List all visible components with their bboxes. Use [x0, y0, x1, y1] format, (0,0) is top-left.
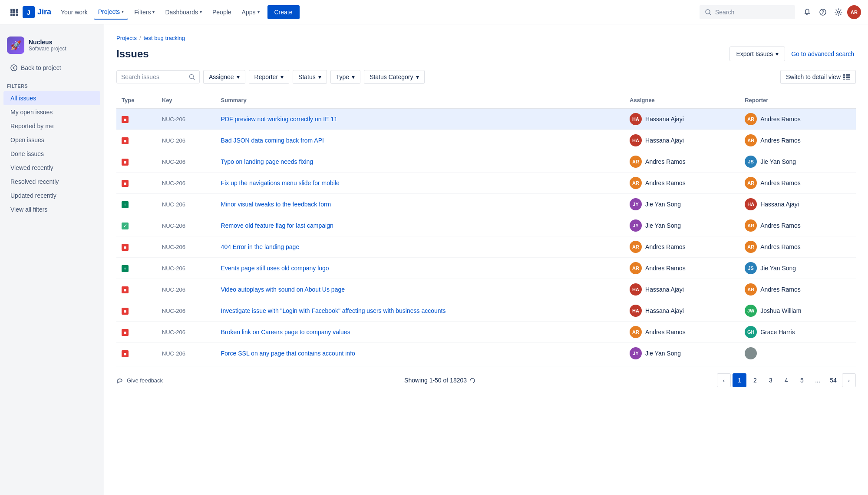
project-icon: 🚀 — [7, 37, 24, 54]
prev-page-button[interactable]: ‹ — [717, 373, 731, 387]
assignee-avatar: HA — [630, 305, 642, 317]
page-5-button[interactable]: 5 — [795, 373, 809, 387]
table-row[interactable]: ■ NUC-206 404 Error in the landing page … — [116, 236, 856, 258]
table-row[interactable]: ■ NUC-206 Broken link on Careers page to… — [116, 322, 856, 343]
reporter-name: Andres Ramos — [760, 179, 801, 186]
filters-chevron: ▾ — [152, 10, 155, 14]
issue-summary[interactable]: 404 Error in the landing page — [221, 243, 300, 250]
assignee-name: Jie Yan Song — [645, 350, 681, 357]
settings-button[interactable] — [832, 5, 845, 19]
issue-summary[interactable]: Fix up the navigations menu slide for mo… — [221, 179, 340, 186]
search-issues-wrap[interactable] — [116, 70, 200, 83]
assignee-name: Andres Ramos — [645, 179, 686, 186]
detail-view-icon — [843, 74, 850, 80]
table-row[interactable]: ■ NUC-206 Video autoplays with sound on … — [116, 279, 856, 300]
col-type[interactable]: Type — [116, 93, 157, 108]
breadcrumb-projects[interactable]: Projects — [116, 35, 137, 41]
pagination-nav: ‹ 1 2 3 4 5 ... 54 › — [717, 373, 856, 387]
issue-summary[interactable]: Bad JSON data coming back from API — [221, 137, 324, 144]
issue-key: NUC-206 — [162, 265, 185, 272]
next-page-button[interactable]: › — [842, 373, 856, 387]
search-issues-input[interactable] — [121, 73, 186, 80]
assignee-avatar: AR — [630, 326, 642, 338]
assignee-filter[interactable]: Assignee ▾ — [203, 70, 245, 84]
sidebar-item-all-issues[interactable]: All issues — [3, 91, 100, 105]
issue-summary[interactable]: Events page still uses old company logo — [221, 265, 329, 272]
issue-summary[interactable]: Typo on landing page needs fixing — [221, 158, 314, 165]
page-2-button[interactable]: 2 — [748, 373, 762, 387]
issue-summary[interactable]: Force SSL on any page that contains acco… — [221, 350, 355, 357]
issue-summary[interactable]: Investigate issue with "Login with Faceb… — [221, 307, 446, 314]
table-row[interactable]: + NUC-206 Minor visual tweaks to the fee… — [116, 194, 856, 215]
col-assignee[interactable]: Assignee — [624, 93, 739, 108]
page-4-button[interactable]: 4 — [779, 373, 793, 387]
status-category-filter[interactable]: Status Category ▾ — [364, 70, 424, 84]
issue-summary[interactable]: Minor visual tweaks to the feedback form — [221, 201, 331, 208]
table-row[interactable]: ■ NUC-206 Fix up the navigations menu sl… — [116, 173, 856, 194]
sidebar-item-view-all-filters[interactable]: View all filters — [3, 203, 100, 216]
page-1-button[interactable]: 1 — [733, 373, 746, 387]
nav-search[interactable] — [700, 5, 795, 19]
col-reporter[interactable]: Reporter — [739, 93, 856, 108]
table-row[interactable]: ■ NUC-206 Force SSL on any page that con… — [116, 343, 856, 364]
issue-key: NUC-206 — [162, 137, 185, 144]
reporter-name: Joshua William — [760, 307, 801, 314]
reporter-filter[interactable]: Reporter ▾ — [249, 70, 289, 84]
issue-key: NUC-206 — [162, 223, 185, 229]
issue-summary[interactable]: Video autoplays with sound on About Us p… — [221, 286, 345, 293]
assignee-chevron-icon: ▾ — [237, 73, 240, 80]
assignee-avatar: AR — [630, 177, 642, 189]
sidebar-item-updated-recently[interactable]: Updated recently — [3, 189, 100, 203]
svg-line-18 — [193, 78, 195, 80]
nav-your-work[interactable]: Your work — [56, 5, 92, 19]
page-3-button[interactable]: 3 — [764, 373, 778, 387]
issue-summary[interactable]: Remove old feature flag for last campaig… — [221, 222, 333, 229]
nav-projects[interactable]: Projects ▾ — [94, 5, 129, 20]
advanced-search-button[interactable]: Go to advanced search — [789, 47, 856, 61]
nav-filters[interactable]: Filters ▾ — [130, 5, 159, 19]
table-row[interactable]: ■ NUC-206 Bad JSON data coming back from… — [116, 130, 856, 151]
nav-apps[interactable]: Apps ▾ — [238, 5, 264, 19]
export-chevron-icon: ▾ — [776, 50, 779, 57]
help-button[interactable]: ? — [816, 5, 830, 19]
issue-type-icon: ■ — [122, 137, 129, 144]
issue-summary[interactable]: Broken link on Careers page to company v… — [221, 329, 350, 336]
issue-key: NUC-206 — [162, 159, 185, 165]
feedback-button[interactable]: Give feedback — [116, 377, 163, 384]
nav-icons: ? AR — [800, 5, 861, 19]
export-issues-button[interactable]: Export Issues ▾ — [729, 47, 785, 61]
table-row[interactable]: ■ NUC-206 Investigate issue with "Login … — [116, 300, 856, 322]
grid-icon[interactable] — [7, 5, 21, 19]
jira-logo[interactable]: J Jira — [23, 6, 51, 18]
svg-rect-1 — [13, 9, 15, 11]
search-input[interactable] — [715, 9, 785, 16]
type-filter[interactable]: Type ▾ — [330, 70, 360, 84]
table-row[interactable]: + NUC-206 Events page still uses old com… — [116, 258, 856, 279]
sidebar-item-done-issues[interactable]: Done issues — [3, 147, 100, 161]
col-summary[interactable]: Summary — [216, 93, 624, 108]
assignee-avatar: AR — [630, 241, 642, 253]
issue-type-icon: ■ — [122, 244, 129, 251]
nav-dashboards[interactable]: Dashboards ▾ — [161, 5, 206, 19]
user-avatar[interactable]: AR — [847, 5, 861, 19]
status-filter[interactable]: Status ▾ — [293, 70, 327, 84]
sidebar-item-resolved-recently[interactable]: Resolved recently — [3, 175, 100, 189]
nav-people[interactable]: People — [208, 5, 236, 19]
pagination-info: Showing 1-50 of 18203 — [404, 377, 475, 384]
back-to-project-button[interactable]: Back to project — [3, 61, 100, 75]
page-last-button[interactable]: 54 — [826, 373, 840, 387]
create-button[interactable]: Create — [267, 5, 300, 19]
col-key[interactable]: Key — [157, 93, 216, 108]
table-row[interactable]: ✓ NUC-206 Remove old feature flag for la… — [116, 215, 856, 236]
issue-summary[interactable]: PDF preview not working correctly on IE … — [221, 116, 337, 123]
sidebar-item-open-issues[interactable]: Open issues — [3, 133, 100, 147]
table-row[interactable]: ■ NUC-206 PDF preview not working correc… — [116, 108, 856, 130]
switch-detail-view-button[interactable]: Switch to detail view — [780, 70, 856, 84]
sidebar-item-my-open-issues[interactable]: My open issues — [3, 105, 100, 119]
assignee-name: Andres Ramos — [645, 265, 686, 272]
notifications-button[interactable] — [800, 5, 814, 19]
sidebar-item-viewed-recently[interactable]: Viewed recently — [3, 161, 100, 175]
breadcrumb-project-name[interactable]: test bug tracking — [144, 35, 185, 41]
sidebar-item-reported-by-me[interactable]: Reported by me — [3, 119, 100, 133]
table-row[interactable]: ■ NUC-206 Typo on landing page needs fix… — [116, 151, 856, 173]
